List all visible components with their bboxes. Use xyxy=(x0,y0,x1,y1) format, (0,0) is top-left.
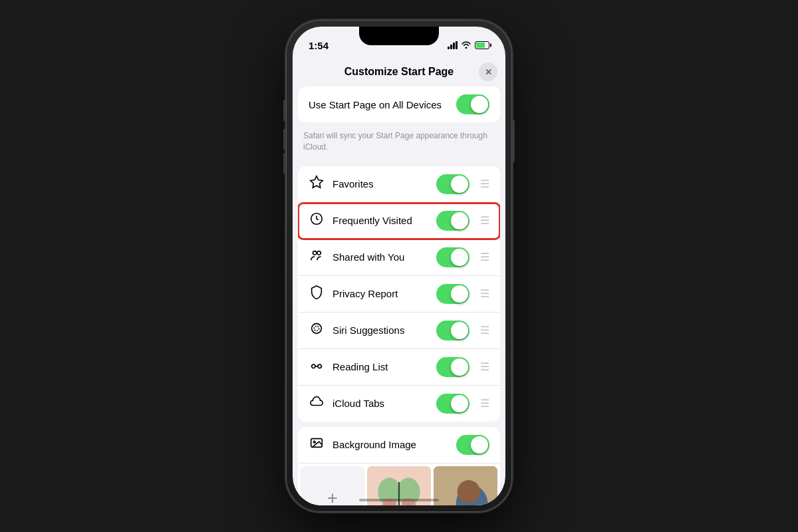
settings-section: Favorites ☰ Frequently Visited ☰ xyxy=(298,166,500,422)
favorites-drag-handle: ☰ xyxy=(480,178,489,190)
signal-icon xyxy=(448,41,458,49)
background-section: Background Image + xyxy=(298,427,500,505)
battery-icon xyxy=(475,41,489,49)
glasses-icon xyxy=(309,358,325,376)
privacy-report-toggle[interactable] xyxy=(436,284,469,304)
wifi-icon xyxy=(461,41,471,51)
background-image-toggle[interactable] xyxy=(456,435,489,455)
cloud-icon xyxy=(309,394,325,412)
privacy-report-row: Privacy Report ☰ xyxy=(298,276,500,313)
frequently-visited-drag-handle: ☰ xyxy=(480,214,489,227)
sync-description: Safari will sync your Start Page appeara… xyxy=(293,128,505,161)
reading-list-row: Reading List ☰ xyxy=(298,349,500,386)
shield-icon xyxy=(309,285,325,303)
siri-suggestions-toggle[interactable] xyxy=(436,321,469,340)
status-time: 1:54 xyxy=(309,40,329,51)
background-image-label: Background Image xyxy=(332,439,448,450)
background-header-row: Background Image xyxy=(298,427,500,464)
shared-with-you-row: Shared with You ☰ xyxy=(298,239,500,276)
reading-list-label: Reading List xyxy=(332,361,428,372)
privacy-report-label: Privacy Report xyxy=(332,288,428,299)
siri-drag-handle: ☰ xyxy=(480,324,489,336)
privacy-drag-handle: ☰ xyxy=(480,287,489,300)
sync-label: Use Start Page on All Devices xyxy=(309,99,448,110)
status-icons xyxy=(448,41,489,51)
favorites-row: Favorites ☰ xyxy=(298,166,500,203)
shared-with-you-toggle[interactable] xyxy=(436,247,469,267)
reading-drag-handle: ☰ xyxy=(480,360,489,373)
svg-point-7 xyxy=(318,364,322,368)
shared-with-you-label: Shared with You xyxy=(332,251,428,263)
status-bar: 1:54 xyxy=(293,27,505,56)
icloud-drag-handle: ☰ xyxy=(480,397,489,410)
svg-point-4 xyxy=(314,326,319,331)
icloud-tabs-toggle[interactable] xyxy=(436,394,469,414)
add-background-button[interactable]: + xyxy=(301,466,364,505)
frequently-visited-label: Frequently Visited xyxy=(332,215,428,226)
svg-point-3 xyxy=(317,251,321,255)
shared-drag-handle: ☰ xyxy=(480,251,489,263)
clock-icon xyxy=(309,211,325,229)
shared-icon xyxy=(309,248,325,266)
sheet-title: Customize Start Page xyxy=(319,66,479,78)
icloud-tabs-row: iCloud Tabs ☰ xyxy=(298,386,500,422)
favorites-label: Favorites xyxy=(332,178,428,190)
plus-icon: + xyxy=(327,487,338,505)
frequently-visited-toggle[interactable] xyxy=(436,211,469,231)
siri-suggestions-label: Siri Suggestions xyxy=(332,325,428,336)
notch xyxy=(359,27,439,45)
sync-row: Use Start Page on All Devices xyxy=(298,86,500,122)
phone-screen: 1:54 xyxy=(293,27,505,505)
siri-icon xyxy=(309,321,325,339)
phone-frame: 1:54 xyxy=(286,20,512,512)
frequently-visited-row: Frequently Visited ☰ xyxy=(298,203,500,239)
close-button[interactable]: ✕ xyxy=(479,63,497,81)
image-icon xyxy=(309,436,325,454)
sync-toggle[interactable] xyxy=(456,94,489,114)
svg-marker-0 xyxy=(311,176,323,188)
svg-point-6 xyxy=(312,364,316,368)
reading-list-toggle[interactable] xyxy=(436,357,469,377)
siri-suggestions-row: Siri Suggestions ☰ xyxy=(298,313,500,349)
icloud-tabs-label: iCloud Tabs xyxy=(332,398,428,409)
sync-section: Use Start Page on All Devices xyxy=(298,86,500,122)
content-area[interactable]: Customize Start Page ✕ Use Start Page on… xyxy=(293,56,505,505)
star-icon xyxy=(309,175,325,193)
favorites-toggle[interactable] xyxy=(436,174,469,194)
bg-dog-option[interactable] xyxy=(434,466,497,505)
home-indicator[interactable] xyxy=(359,499,439,501)
svg-point-18 xyxy=(458,480,481,503)
svg-point-2 xyxy=(313,251,317,255)
svg-point-5 xyxy=(312,324,322,334)
svg-point-9 xyxy=(313,441,315,443)
